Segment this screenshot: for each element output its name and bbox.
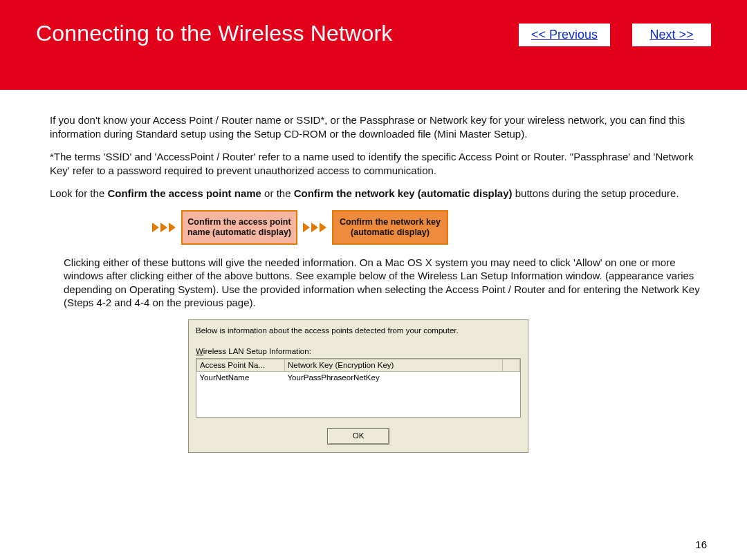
- paragraph-lookfor: Look for the Confirm the access point na…: [50, 187, 708, 200]
- access-points-table: Access Point Na... Network Key (Encrypti…: [196, 358, 521, 418]
- header-banner: Connecting to the Wireless Network << Pr…: [0, 0, 747, 90]
- bold-confirm-ap: Confirm the access point name: [107, 187, 261, 199]
- wireless-lan-setup-dialog: Below is information about the access po…: [188, 319, 528, 454]
- next-button[interactable]: Next >>: [632, 24, 711, 46]
- nav-group: << Previous Next >>: [519, 24, 711, 46]
- text-fragment: Look for the: [50, 187, 107, 199]
- paragraph-instructions: Clicking either of these buttons will gi…: [64, 256, 708, 310]
- dialog-description: Below is information about the access po…: [196, 326, 521, 336]
- confirm-access-point-button: Confirm the access point name (automatic…: [181, 210, 297, 245]
- text-fragment: or the: [261, 187, 294, 199]
- label-rest: ireless LAN Setup Information:: [203, 347, 311, 355]
- col-spacer: [503, 360, 520, 372]
- cell-access-point-name: YourNetName: [197, 372, 285, 384]
- paragraph-intro: If you don't know your Access Point / Ro…: [50, 113, 708, 140]
- arrow-icon: [303, 223, 326, 232]
- arrow-icon: [152, 223, 176, 232]
- table-row: YourNetName YourPassPhraseorNetKey: [197, 372, 520, 384]
- table-header-row: Access Point Na... Network Key (Encrypti…: [197, 360, 520, 372]
- ok-button[interactable]: OK: [327, 428, 389, 445]
- dialog-field-label: Wireless LAN Setup Information:: [196, 346, 521, 357]
- setup-buttons-figure: Confirm the access point name (automatic…: [152, 210, 708, 245]
- content-area: If you don't know your Access Point / Ro…: [0, 90, 747, 453]
- bold-confirm-key: Confirm the network key (automatic displ…: [294, 187, 513, 199]
- previous-button[interactable]: << Previous: [519, 24, 610, 46]
- confirm-network-key-button: Confirm the network key (automatic displ…: [332, 210, 448, 245]
- text-fragment: buttons during the setup procedure.: [513, 187, 679, 199]
- col-access-point-name: Access Point Na...: [197, 360, 285, 372]
- page-number: 16: [695, 539, 707, 550]
- page-title: Connecting to the Wireless Network: [36, 21, 519, 46]
- paragraph-footnote: *The terms 'SSID' and 'AccessPoint / Rou…: [50, 150, 708, 177]
- col-network-key: Network Key (Encryption Key): [285, 360, 503, 372]
- dialog-footer: OK: [189, 420, 528, 452]
- mnemonic-underline: W: [196, 347, 203, 355]
- cell-network-key: YourPassPhraseorNetKey: [285, 372, 503, 384]
